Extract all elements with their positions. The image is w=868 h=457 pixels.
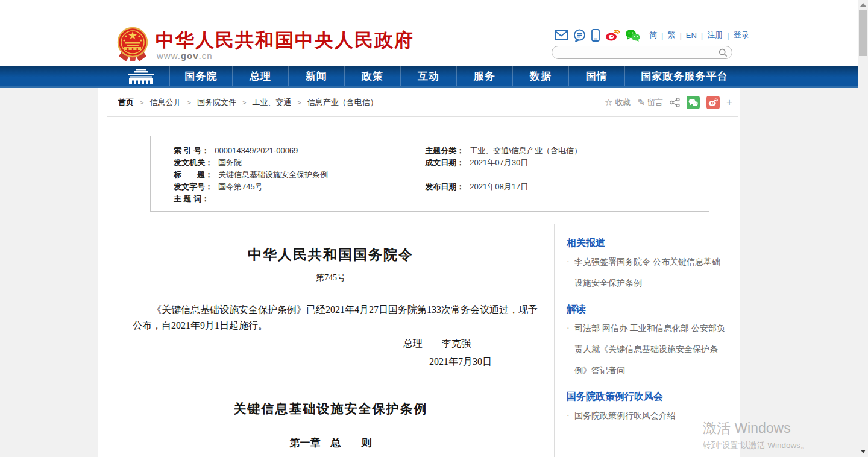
national-emblem-logo[interactable] (117, 27, 148, 61)
page-area: 首页 > 信息公开 > 国务院文件 > 工业、交通 > 信息产业（含电信） ☆收… (0, 88, 858, 457)
meta-row: 主题分类：工业、交通\信息产业（含电信） (425, 145, 709, 157)
wechat-icon[interactable] (625, 29, 640, 42)
meta-right-column: 主题分类：工业、交通\信息产业（含电信） 成文日期：2021年07月30日 发布… (425, 145, 709, 205)
link-english[interactable]: EN (685, 31, 698, 40)
meta-row: 主 题 词： (174, 193, 425, 205)
link-register[interactable]: 注册 (706, 30, 724, 40)
vertical-scrollbar[interactable] (858, 0, 868, 457)
page-tools: ☆收藏 ✎留言 + (605, 96, 732, 109)
sidebar-link-interpretation[interactable]: ·司法部 网信办 工业和信息化部 公安部负责人就《关键信息基础设施安全保护条例》… (567, 318, 727, 381)
more-tools-button[interactable]: + (726, 96, 732, 109)
meta-row: 发文字号：国令第745号 (174, 181, 425, 193)
scrollbar-thumb[interactable] (859, 10, 867, 56)
breadcrumb-guowuyuan-wenjian[interactable]: 国务院文件 (197, 97, 236, 108)
main-column: 首页 > 信息公开 > 国务院文件 > 工业、交通 > 信息产业（含电信） ☆收… (98, 88, 740, 457)
meta-row: 发布日期：2021年08月17日 (425, 181, 709, 193)
nav-tab-xinwen[interactable]: 新闻 (288, 66, 344, 86)
decree-title: 中华人民共和国国务院令 (107, 245, 554, 265)
sidebar-section-policy-briefing: 国务院政策例行吹风会 (567, 391, 727, 403)
meta-row: 发文机关：国务院 (174, 157, 425, 169)
weibo-icon[interactable] (605, 29, 620, 41)
decree-paragraph: 《关键信息基础设施安全保护条例》已经2021年4月27日国务院第133次常务会议… (133, 302, 539, 333)
breadcrumb-xinxigongkai[interactable]: 信息公开 (149, 97, 181, 108)
meta-row: 索 引 号：000014349/2021-00069 (174, 145, 425, 157)
pencil-icon: ✎ (637, 97, 645, 108)
main-nav: 国务院 总理 新闻 政策 互动 服务 数据 国情 国家政务服务平台 (0, 66, 858, 88)
breadcrumb-xinxi-chanye[interactable]: 信息产业（含电信） (307, 97, 378, 108)
site-header: 中华人民共和国中央人民政府 www.gov.cn (0, 0, 858, 66)
sidebar-link-related-report[interactable]: ·李克强签署国务院令 公布关键信息基础设施安全保护条例 (567, 251, 727, 294)
sidebar-section-interpretation: 解读 (567, 303, 727, 316)
message-icon[interactable] (573, 29, 586, 42)
document-meta-table: 索 引 号：000014349/2021-00069 发文机关：国务院 标 题：… (150, 136, 709, 212)
sidebar-link-policy-briefing[interactable]: ·国务院政策例行吹风会介绍 (567, 405, 727, 426)
signer-line: 总理 李克强 (107, 337, 554, 350)
sidebar-section-related-reports: 相关报道 (567, 237, 727, 250)
link-traditional[interactable]: 繁 (666, 30, 676, 40)
meta-left-column: 索 引 号：000014349/2021-00069 发文机关：国务院 标 题：… (174, 145, 425, 205)
nav-tab-shuju[interactable]: 数据 (512, 66, 568, 86)
nav-tab-zhengce[interactable]: 政策 (344, 66, 400, 86)
site-title[interactable]: 中华人民共和国中央人民政府 (156, 28, 414, 53)
related-sidebar: 相关报道 ·李克强签署国务院令 公布关键信息基础设施安全保护条例 解读 ·司法部… (554, 224, 738, 457)
meta-row: 成文日期：2021年07月30日 (425, 157, 709, 169)
breadcrumb-home[interactable]: 首页 (118, 97, 134, 108)
page-viewport: 中华人民共和国中央人民政府 www.gov.cn (0, 0, 858, 457)
header-tools: 简 | 繁 | EN | 注册 | 登录 (555, 28, 750, 42)
nav-tab-guowuyuan[interactable]: 国务院 (169, 66, 232, 86)
mail-icon[interactable] (555, 30, 568, 40)
share-icon[interactable] (670, 98, 680, 107)
star-icon: ☆ (605, 97, 612, 108)
chapter-heading: 第一章 总 则 (107, 436, 554, 450)
breadcrumb: 首页 > 信息公开 > 国务院文件 > 工业、交通 > 信息产业（含电信） ☆收… (98, 88, 740, 116)
quick-links: 简 | 繁 | EN | 注册 | 登录 (648, 30, 750, 40)
nav-tab-zhengwu-platform[interactable]: 国家政务服务平台 (624, 66, 744, 86)
mobile-icon[interactable] (591, 29, 600, 42)
weibo-share-icon[interactable] (706, 96, 720, 109)
document-content: 中华人民共和国国务院令 第745号 《关键信息基础设施安全保护条例》已经2021… (107, 224, 554, 457)
scrollbar-down-arrow-icon[interactable] (861, 450, 866, 453)
nav-tab-zongli[interactable]: 总理 (232, 66, 288, 86)
document-body: 中华人民共和国国务院令 第745号 《关键信息基础设施安全保护条例》已经2021… (107, 224, 738, 457)
meta-row (425, 169, 709, 181)
scrollbar-up-arrow-icon[interactable] (860, 3, 866, 7)
sign-date: 2021年7月30日 (107, 355, 554, 368)
nav-tab-hudong[interactable]: 互动 (400, 66, 456, 86)
nav-spacer (0, 66, 112, 86)
wechat-share-icon[interactable] (687, 96, 700, 109)
meta-row: 标 题：关键信息基础设施安全保护条例 (174, 169, 425, 181)
nav-home-tab[interactable] (112, 66, 169, 86)
browser-page: 中华人民共和国中央人民政府 www.gov.cn (0, 0, 868, 457)
law-title: 关键信息基础设施安全保护条例 (107, 400, 554, 418)
link-login[interactable]: 登录 (732, 30, 750, 40)
favorite-button[interactable]: ☆收藏 (605, 97, 631, 108)
nav-tab-fuwu[interactable]: 服务 (456, 66, 512, 86)
comment-button[interactable]: ✎留言 (637, 97, 663, 108)
link-simplified[interactable]: 简 (648, 30, 658, 40)
search-box (552, 46, 732, 59)
nav-tab-guoqing[interactable]: 国情 (568, 66, 624, 86)
breadcrumb-gongye-jiaotong[interactable]: 工业、交通 (252, 97, 291, 108)
site-url: www.gov.cn (157, 51, 213, 61)
decree-number: 第745号 (107, 272, 554, 284)
document-container: 索 引 号：000014349/2021-00069 发文机关：国务院 标 题：… (107, 116, 738, 457)
home-icon (127, 69, 155, 84)
search-icon[interactable] (719, 48, 728, 57)
search-input[interactable] (559, 47, 715, 58)
